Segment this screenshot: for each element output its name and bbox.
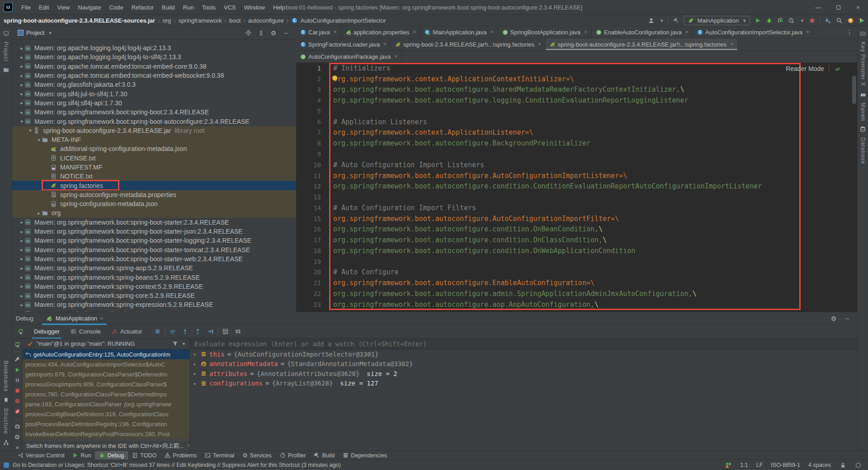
tree-item[interactable]: ▸Maven: org.springframework.boot:spring-… bbox=[12, 108, 296, 117]
code-text[interactable]: org.springframework.boot.autoconfigure.a… bbox=[321, 290, 697, 298]
chevron-down-icon[interactable]: ▼ bbox=[182, 342, 186, 346]
tree-item[interactable]: LICENSE.txt bbox=[12, 154, 296, 163]
tree-item[interactable]: spring-configuration-metadata.json bbox=[12, 199, 296, 208]
camera-icon[interactable] bbox=[14, 423, 21, 430]
tree-item[interactable]: additional-spring-configuration-metadata… bbox=[12, 144, 296, 153]
stop-icon[interactable] bbox=[14, 387, 21, 394]
variable-row[interactable]: ▸pannotationMetadata = {StandardAnnotati… bbox=[190, 359, 857, 369]
pause-icon[interactable] bbox=[14, 377, 21, 383]
tree-item[interactable]: ▾spring-boot-autoconfigure-2.3.4.RELEASE… bbox=[12, 126, 296, 135]
code-text[interactable]: org.springframework.boot.autoconfigure.A… bbox=[321, 172, 627, 180]
memory-icon[interactable] bbox=[725, 461, 732, 469]
editor-tab[interactable]: @SpringBootApplication.java× bbox=[498, 26, 592, 38]
view-breakpoints-icon[interactable] bbox=[14, 398, 21, 404]
chevron-right-icon[interactable]: ▸ bbox=[19, 220, 25, 225]
code-text[interactable]: # Auto Configuration Import Listeners bbox=[321, 161, 484, 169]
code-text[interactable]: org.springframework.boot.autoconfigure.B… bbox=[321, 139, 590, 147]
chevron-down-icon[interactable]: ▾ bbox=[27, 128, 33, 133]
stack-frame[interactable]: processConfigBeanDefinitions:319, Config… bbox=[23, 409, 189, 419]
tree-item[interactable]: spring-autoconfigure-metadata.properties bbox=[12, 190, 296, 199]
close-icon[interactable]: × bbox=[100, 315, 104, 322]
close-icon[interactable]: × bbox=[383, 41, 387, 47]
maximize-icon[interactable] bbox=[828, 0, 848, 15]
close-icon[interactable]: × bbox=[730, 41, 733, 47]
menu-item-view[interactable]: View bbox=[53, 0, 74, 15]
tree-item[interactable]: ▾Maven: org.springframework.boot:spring-… bbox=[12, 117, 296, 126]
evaluate-icon[interactable] bbox=[220, 327, 231, 337]
line-number[interactable]: 9 bbox=[296, 150, 321, 158]
close-icon[interactable]: × bbox=[491, 29, 494, 35]
breadcrumb-item[interactable]: autoconfigure bbox=[248, 17, 284, 24]
tree-item[interactable]: ▸Maven: org.slf4j:slf4j-api:1.7.30 bbox=[12, 99, 296, 108]
toolwindow-button-version-control[interactable]: Version Control bbox=[14, 451, 68, 460]
lock-icon[interactable] bbox=[839, 461, 846, 469]
tree-item[interactable]: ▸org bbox=[12, 208, 296, 217]
notification-info-icon[interactable] bbox=[4, 462, 9, 468]
editor-tab[interactable]: @EnableAutoConfiguration.java× bbox=[592, 26, 693, 38]
toolwindow-button-todo[interactable]: TODO bbox=[128, 451, 160, 460]
chevron-right-icon[interactable]: ▸ bbox=[19, 46, 25, 51]
variable-row[interactable]: ▸this = {AutoConfigurationImportSelector… bbox=[190, 349, 857, 359]
class-c-icon[interactable]: C bbox=[291, 17, 298, 24]
tree-item[interactable]: ▸Maven: org.apache.tomcat.embed:tomcat-e… bbox=[12, 62, 296, 71]
tree-item[interactable]: ▸Maven: org.springframework.boot:spring-… bbox=[12, 245, 296, 254]
editor-tab[interactable]: spring-boot-autoconfigure-2.3.4.RELEASE.… bbox=[546, 38, 738, 50]
double-check-icon[interactable] bbox=[834, 65, 841, 72]
toolwindow-button-profiler[interactable]: Profiler bbox=[276, 451, 310, 460]
settings-icon[interactable]: ⚙ bbox=[14, 434, 21, 440]
rerun-icon[interactable] bbox=[12, 328, 28, 335]
toolwindow-button-dependencies[interactable]: Dependencies bbox=[339, 451, 391, 460]
line-number[interactable]: 5 bbox=[296, 108, 321, 115]
line-number[interactable]: 10 bbox=[296, 161, 321, 169]
line-number[interactable]: 4 bbox=[296, 97, 321, 104]
layout-icon[interactable] bbox=[232, 327, 243, 337]
chevron-right-icon[interactable]: ▸ bbox=[193, 362, 198, 367]
line-number[interactable]: 17 bbox=[296, 236, 321, 244]
line-number[interactable]: 15 bbox=[296, 215, 321, 222]
tree-item[interactable]: ▸Maven: org.springframework.boot:spring-… bbox=[12, 218, 296, 227]
toolwindow-button-debug[interactable]: Debug bbox=[95, 451, 128, 460]
locate-icon[interactable] bbox=[245, 29, 252, 37]
chevron-right-icon[interactable]: ▸ bbox=[19, 100, 25, 105]
code-text[interactable]: org.springframework.boot.autoconfigure.c… bbox=[321, 247, 635, 255]
stack-frame[interactable]: processGroupImports:809, ConfigurationCl… bbox=[23, 379, 189, 389]
close-icon[interactable]: × bbox=[848, 0, 868, 15]
chevron-right-icon[interactable]: ▸ bbox=[36, 211, 42, 216]
step-over-icon[interactable] bbox=[167, 327, 178, 337]
keyboard-icon[interactable] bbox=[859, 30, 867, 37]
stripe-label-key-promoter-x[interactable]: Key Promoter X bbox=[860, 42, 866, 86]
chevron-right-icon[interactable]: ▸ bbox=[19, 82, 25, 87]
close-icon[interactable]: × bbox=[413, 29, 416, 35]
tree-item[interactable]: ▸Maven: org.springframework.boot:spring-… bbox=[12, 236, 296, 245]
line-number[interactable]: 23 bbox=[296, 301, 321, 308]
settings-icon[interactable]: ⚙ bbox=[830, 315, 837, 322]
menu-item-help[interactable]: Help bbox=[269, 0, 289, 15]
chevron-down-icon[interactable]: ▾ bbox=[19, 119, 25, 124]
editor-tab[interactable]: CAutoConfigurationImportSelector.java× bbox=[693, 26, 814, 38]
code-text[interactable]: org.springframework.context.ApplicationC… bbox=[321, 75, 574, 83]
update-orange-icon[interactable] bbox=[847, 17, 854, 24]
more-icon[interactable]: » bbox=[14, 444, 21, 451]
editor-tab[interactable]: CMainApplication.java× bbox=[420, 26, 498, 38]
indent-setting[interactable]: 4 spaces bbox=[808, 462, 831, 468]
tree-item[interactable]: ▸Maven: org.apache.logging.log4j:log4j-t… bbox=[12, 52, 296, 61]
tree-item[interactable]: ▸Maven: org.springframework:spring-core:… bbox=[12, 291, 296, 300]
hammer-icon[interactable] bbox=[672, 17, 679, 24]
stack-frame[interactable]: getImports:879, ConfigurationClassParser… bbox=[23, 369, 189, 379]
tree-item[interactable]: ▸Maven: org.springframework.boot:spring-… bbox=[12, 254, 296, 263]
breadcrumb-item[interactable]: boot bbox=[229, 17, 241, 24]
chevron-right-icon[interactable]: ▸ bbox=[193, 371, 198, 376]
debug-tab-console[interactable]: Console bbox=[65, 325, 106, 338]
line-number[interactable]: 19 bbox=[296, 258, 321, 265]
code-text[interactable]: org.springframework.boot.autoconfigure.a… bbox=[321, 301, 599, 309]
chevron-right-icon[interactable]: ▸ bbox=[19, 64, 25, 69]
step-out-icon[interactable] bbox=[192, 327, 203, 337]
line-number[interactable]: 6 bbox=[296, 118, 321, 126]
breadcrumb-item[interactable]: springframework bbox=[179, 17, 222, 24]
breadcrumb-leaf[interactable]: CAutoConfigurationImportSelector bbox=[291, 17, 386, 24]
close-icon[interactable]: × bbox=[394, 53, 397, 60]
stripe-label-database[interactable]: Database bbox=[860, 137, 866, 164]
chevron-right-icon[interactable]: ▸ bbox=[19, 293, 25, 298]
collapse-all-icon[interactable] bbox=[257, 29, 264, 37]
filter-funnel-icon[interactable] bbox=[171, 340, 179, 348]
